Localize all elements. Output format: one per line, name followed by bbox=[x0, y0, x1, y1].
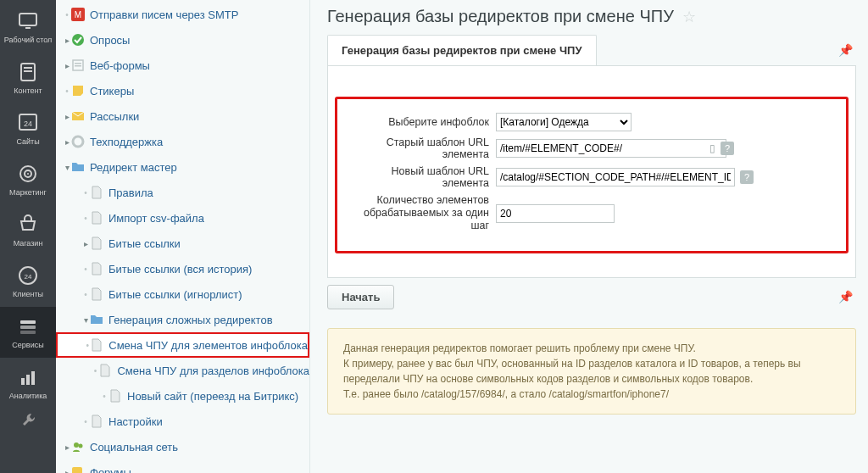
row-new-template: Новый шаблон URL элемента ? bbox=[348, 165, 836, 189]
iconbar-shop[interactable]: Магазин bbox=[0, 205, 56, 256]
tree-item-icon bbox=[90, 262, 103, 275]
tree-item-label: Техподдержка bbox=[90, 136, 163, 148]
svg-text:M: M bbox=[75, 10, 81, 19]
tree-item[interactable]: ▸Рассылки bbox=[56, 103, 309, 129]
services-icon bbox=[17, 315, 39, 337]
page-title: Генерация базы редиректов при смене ЧПУ … bbox=[327, 7, 856, 26]
svg-rect-4 bbox=[24, 70, 32, 72]
chevron-right-icon: ▸ bbox=[63, 468, 71, 474]
svg-rect-17 bbox=[31, 371, 35, 385]
iconbar-analytics[interactable]: Аналитика bbox=[0, 358, 56, 409]
tree-item-label: Веб-формы bbox=[90, 59, 150, 72]
tree-item[interactable]: •Правила bbox=[56, 180, 309, 205]
shop-icon bbox=[17, 214, 39, 236]
tree-item-icon bbox=[90, 313, 103, 326]
iconbar-label: Рабочий стол bbox=[4, 36, 53, 44]
svg-rect-12 bbox=[20, 320, 36, 324]
pin-icon[interactable]: 📌 bbox=[838, 43, 853, 57]
input-old-template[interactable] bbox=[496, 139, 726, 158]
chevron-right-icon: ▸ bbox=[63, 36, 71, 45]
tree-item[interactable]: •Битые ссылки (вся история) bbox=[56, 256, 309, 281]
button-bar: Начать 📌 bbox=[327, 285, 856, 309]
tree-item[interactable]: •Смена ЧПУ для элементов инфоблока bbox=[56, 332, 309, 358]
iconbar-label: Аналитика bbox=[9, 392, 47, 400]
bullet-icon: • bbox=[81, 264, 90, 274]
svg-point-26 bbox=[74, 442, 79, 448]
tree-item-icon bbox=[90, 287, 103, 301]
iconbar-marketing[interactable]: Маркетинг bbox=[0, 154, 56, 205]
tabs: Генерация базы редиректов при смене ЧПУ … bbox=[327, 35, 856, 66]
tree-item[interactable]: ▸Веб-формы bbox=[56, 53, 309, 78]
iconbar-content[interactable]: Контент bbox=[0, 53, 56, 103]
tree-item[interactable]: ▸Битые ссылки bbox=[56, 231, 309, 256]
tree-item[interactable]: •Новый сайт (переезд на Битрикс) bbox=[56, 383, 309, 409]
tree-item[interactable]: •Импорт csv-файла bbox=[56, 205, 309, 231]
tree-item[interactable]: ▸Форумы bbox=[56, 459, 309, 473]
tree-item[interactable]: •Смена ЧПУ для разделов инфоблока bbox=[56, 358, 309, 383]
main-content: Генерация базы редиректов при смене ЧПУ … bbox=[310, 0, 868, 473]
tree-item[interactable]: •Настройки bbox=[56, 409, 309, 434]
svg-point-9 bbox=[27, 173, 29, 175]
input-step[interactable] bbox=[496, 204, 615, 223]
tree-item[interactable]: ▸Техподдержка bbox=[56, 129, 309, 154]
help-icon[interactable]: ? bbox=[740, 170, 754, 184]
svg-rect-1 bbox=[25, 27, 31, 29]
input-new-template[interactable] bbox=[496, 168, 735, 186]
iconbar-sites[interactable]: 24 Сайты bbox=[0, 103, 56, 154]
tree-item[interactable]: •Битые ссылки (игнорлист) bbox=[56, 281, 309, 307]
tree-item-label: Опросы bbox=[90, 34, 130, 47]
sites-icon: 24 bbox=[17, 112, 39, 134]
tree-item-icon: M bbox=[71, 8, 85, 21]
label-old-template: Старый шаблон URL элемента bbox=[348, 136, 496, 160]
help-icon[interactable]: ? bbox=[721, 142, 734, 155]
tree-item[interactable]: ▾Редирект мастер bbox=[56, 154, 309, 180]
bullet-icon: • bbox=[63, 86, 71, 96]
clients-icon: 24 bbox=[17, 264, 39, 287]
tree-item-icon bbox=[71, 84, 85, 97]
tree-item[interactable]: •MОтправки писем через SMTP bbox=[56, 2, 309, 27]
bullet-icon: • bbox=[81, 214, 90, 223]
wrench-icon bbox=[19, 411, 36, 428]
svg-rect-3 bbox=[24, 67, 32, 69]
marketing-icon bbox=[17, 163, 39, 185]
tree-item-label: Битые ссылки (вся история) bbox=[108, 263, 252, 275]
label-new-template: Новый шаблон URL элемента bbox=[348, 165, 496, 189]
tree-item[interactable]: ▸Опросы bbox=[56, 27, 309, 53]
select-iblock[interactable]: [Каталоги] Одежда bbox=[496, 113, 632, 131]
tree-item-icon bbox=[90, 415, 103, 428]
tree-item[interactable]: ▾Генерация сложных редиректов bbox=[56, 307, 309, 332]
start-button[interactable]: Начать bbox=[327, 285, 394, 309]
tab-main[interactable]: Генерация базы редиректов при смене ЧПУ bbox=[327, 35, 597, 65]
tree-item-label: Настройки bbox=[108, 415, 163, 428]
note-line: К примеру, ранее у вас был ЧПУ, основанн… bbox=[343, 356, 840, 387]
iconbar-more[interactable] bbox=[0, 409, 56, 434]
pin-icon[interactable]: 📌 bbox=[838, 290, 853, 303]
tree-item-label: Смена ЧПУ для элементов инфоблока bbox=[108, 339, 308, 352]
favorite-icon[interactable]: ☆ bbox=[682, 8, 696, 26]
tree-item-label: Битые ссылки bbox=[108, 237, 181, 250]
chevron-right-icon: ▸ bbox=[63, 442, 71, 452]
tree-item-label: Новый сайт (переезд на Битрикс) bbox=[127, 390, 298, 403]
tree-item-icon bbox=[71, 465, 85, 473]
iconbar-services[interactable]: Сервисы bbox=[0, 307, 56, 358]
tree-item-icon bbox=[71, 109, 85, 123]
svg-rect-16 bbox=[26, 375, 30, 385]
row-iblock: Выберите инфоблок [Каталоги] Одежда bbox=[348, 113, 836, 131]
tree-item[interactable]: •Стикеры bbox=[56, 78, 309, 103]
tree-item-icon bbox=[71, 135, 85, 148]
iconbar-desktop[interactable]: Рабочий стол bbox=[0, 2, 56, 53]
desktop-icon bbox=[17, 10, 39, 32]
svg-rect-28 bbox=[72, 467, 82, 473]
tree-item-label: Форумы bbox=[90, 466, 131, 474]
iconbar-label: Клиенты bbox=[13, 290, 43, 298]
iconbar-label: Сервисы bbox=[12, 341, 43, 349]
tree-item[interactable]: ▸Социальная сеть bbox=[56, 434, 309, 459]
tree-item-label: Смена ЧПУ для разделов инфоблока bbox=[117, 364, 309, 377]
form-panel: Выберите инфоблок [Каталоги] Одежда Стар… bbox=[327, 66, 856, 278]
svg-point-20 bbox=[72, 34, 84, 46]
tree-item-label: Импорт csv-файла bbox=[108, 212, 204, 225]
tree-item-label: Правила bbox=[108, 186, 153, 199]
analytics-icon bbox=[17, 366, 39, 388]
chevron-right-icon: ▸ bbox=[81, 239, 90, 248]
iconbar-clients[interactable]: 24 Клиенты bbox=[0, 256, 56, 307]
